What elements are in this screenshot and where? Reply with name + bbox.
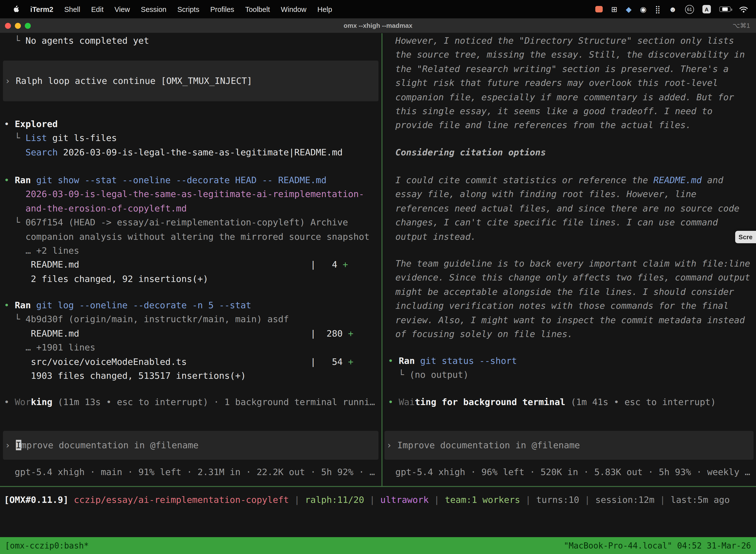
menu-shell[interactable]: Shell	[59, 5, 86, 13]
terminal-line: review. Also, I might want to inspect th…	[395, 313, 750, 327]
apple-menu-icon[interactable]	[7, 5, 25, 13]
terminal-line: › Improve documentation in @filename	[5, 438, 378, 452]
terminal-line: └ 4b9d30f (origin/main, instructkr/main,…	[4, 313, 354, 327]
terminal-line: › Ralph loop active continue [OMX_TMUX_I…	[5, 74, 378, 88]
window-title-bar[interactable]: omx --xhigh --madmax ⌥⌘1	[0, 18, 756, 33]
menu-edit[interactable]: Edit	[85, 5, 109, 13]
model-status-line-left: gpt-5.4 xhigh · main · 91% left · 2.31M …	[4, 465, 375, 479]
screen-share-button[interactable]: Scre	[735, 231, 756, 243]
screen-recording-indicator[interactable]	[595, 6, 603, 12]
working-status-line: • Working (11m 13s • esc to interrupt) ·…	[4, 395, 375, 409]
menu-view[interactable]: View	[109, 5, 135, 13]
terminal-line: [OMX#0.11.9] cczip/essay/ai-reimplementa…	[4, 493, 730, 507]
reasoning-paragraph-2: I could cite commit statistics or refere…	[395, 173, 739, 244]
terminal-line: • Ran git log --oneline --decorate -n 5 …	[4, 298, 354, 313]
terminal-line: • Explored	[4, 117, 343, 131]
terminal-line: the source tree, missing the essay. Stil…	[395, 48, 745, 62]
terminal-line: this single essay, it seems like a good …	[395, 104, 745, 118]
reasoning-paragraph-3: The team guideline is to back every impo…	[395, 257, 750, 341]
terminal-line: └ 067f154 (HEAD -> essay/ai-reimplementa…	[4, 215, 370, 230]
terminal-line: └ List git ls-files	[4, 131, 343, 146]
terminal-line: gpt-5.4 xhigh · main · 91% left · 2.31M …	[4, 465, 375, 479]
menu-scripts[interactable]: Scripts	[172, 5, 205, 13]
pane-bottom-border	[0, 486, 756, 487]
menu-profiles[interactable]: Profiles	[205, 5, 240, 13]
terminal-line: … +2 lines	[4, 244, 370, 258]
minimize-button[interactable]	[15, 23, 21, 29]
tmux-session-name: [omx-cczip0:bash*	[5, 541, 89, 550]
terminal-line: evidence. Since this change only affects…	[395, 271, 750, 285]
prompt-input-right[interactable]: › Improve documentation in @filename	[384, 431, 754, 460]
terminal: └ No agents completed yet › Ralph loop a…	[0, 33, 756, 486]
menu-window[interactable]: Window	[275, 5, 312, 13]
camera-app-icon[interactable]: ◉	[640, 5, 646, 13]
right-pane: However, I noticed the "Directory Struct…	[382, 33, 756, 486]
terminal-line: Considering citation options	[395, 146, 546, 160]
explored-block: • Explored └ List git ls-files Search 20…	[4, 117, 343, 159]
app-menu-iterm2[interactable]: iTerm2	[25, 5, 59, 13]
terminal-line: The team guideline is to back every impo…	[395, 257, 750, 271]
terminal-line: companion file, especially if more comme…	[395, 90, 745, 104]
battery-icon[interactable]	[719, 6, 731, 12]
launcher-grid-icon[interactable]: ⣿	[655, 5, 660, 13]
close-button[interactable]	[5, 23, 11, 29]
menu-bar: iTerm2 Shell Edit View Session Scripts P…	[0, 0, 756, 18]
omx-status-bar: [OMX#0.11.9] cczip/essay/ai-reimplementa…	[4, 493, 730, 507]
wifi-icon[interactable]	[739, 6, 748, 13]
prompt-input-left[interactable]: › Improve documentation in @filename	[3, 431, 378, 460]
terminal-line: └ No agents completed yet	[4, 34, 149, 48]
menu-bar-menus: iTerm2 Shell Edit View Session Scripts P…	[0, 5, 337, 13]
terminal-line: including verification notes with those …	[395, 299, 750, 313]
battery-percentage-badge[interactable]: 61	[685, 5, 694, 14]
terminal-line: 2026-03-09-is-legal-the-same-as-legitima…	[4, 187, 370, 202]
terminal-line: might be acceptable alongside the file l…	[395, 285, 750, 299]
terminal-line: • Working (11m 13s • esc to interrupt) ·…	[4, 395, 375, 409]
terminal-line: gpt-5.4 xhigh · 96% left · 520K in · 5.8…	[395, 465, 750, 479]
terminal-line: output instead.	[395, 230, 739, 244]
reasoning-heading: Considering citation options	[395, 146, 546, 160]
terminal-line: companion analysis without altering the …	[4, 230, 370, 244]
terminal-line: README.md | 4 +	[4, 258, 370, 272]
blue-app-icon[interactable]: ◆	[626, 5, 631, 13]
menu-bar-status-icons: ⊞◆◉⣿☻61A	[595, 5, 756, 14]
terminal-line: └ (no output)	[388, 368, 517, 382]
terminal-line: of focusing solely on file lines.	[395, 327, 750, 341]
terminal-line: I could cite commit statistics or refere…	[395, 173, 739, 187]
git-log-block: • Ran git log --oneline --decorate -n 5 …	[4, 298, 354, 383]
waiting-status-line: • Waiting for background terminal (1m 41…	[388, 395, 716, 409]
agents-status-block: └ No agents completed yet	[4, 34, 149, 48]
terminal-line: … +1901 lines	[4, 340, 354, 355]
menu-session[interactable]: Session	[135, 5, 172, 13]
menu-toolbelt[interactable]: Toolbelt	[240, 5, 275, 13]
terminal-line: essay file, along with finding root file…	[395, 187, 739, 202]
terminal-line: the "Related research writing" section i…	[395, 62, 745, 76]
terminal-line: slight risk that future readers may over…	[395, 76, 745, 90]
tmux-status-bar: [omx-cczip0:bash* "MacBook-Pro-44.local"…	[0, 537, 756, 554]
window-title: omx --xhigh --madmax	[0, 22, 756, 29]
terminal-line: and-the-erosion-of-copyleft.md	[4, 202, 370, 216]
terminal-line: • Waiting for background terminal (1m 41…	[388, 395, 716, 409]
left-pane: └ No agents completed yet › Ralph loop a…	[0, 33, 381, 486]
terminal-line: changes, I can't cite specific file line…	[395, 215, 739, 230]
terminal-line: 2 files changed, 92 insertions(+)	[4, 272, 370, 286]
screen: iTerm2 Shell Edit View Session Scripts P…	[0, 0, 756, 554]
git-show-block: • Ran git show --stat --oneline --decora…	[4, 173, 370, 286]
window-manager-icon[interactable]: ⊞	[611, 5, 617, 13]
git-status-block: • Ran git status --short └ (no output)	[388, 354, 517, 382]
terminal-line: references need actual files, and since …	[395, 202, 739, 216]
terminal-line: However, I noticed the "Directory Struct…	[395, 34, 745, 48]
terminal-line: • Ran git show --stat --oneline --decora…	[4, 173, 370, 187]
zoom-button[interactable]	[25, 23, 31, 29]
ghost-app-icon[interactable]: ☻	[669, 5, 677, 13]
terminal-line: src/voice/voiceModeEnabled.ts | 54 +	[4, 355, 354, 369]
menu-help[interactable]: Help	[312, 5, 338, 13]
pane-divider[interactable]	[381, 33, 382, 486]
input-source-badge[interactable]: A	[702, 5, 711, 13]
terminal-line: Search 2026-03-09-is-legal-the-same-as-l…	[4, 146, 343, 160]
terminal-line: 1903 files changed, 513517 insertions(+)	[4, 369, 354, 383]
terminal-line: provide file and line references from th…	[395, 118, 745, 132]
terminal-line: README.md | 280 +	[4, 327, 354, 341]
model-status-line-right: gpt-5.4 xhigh · 96% left · 520K in · 5.8…	[395, 465, 750, 479]
ralph-loop-banner: › Ralph loop active continue [OMX_TMUX_I…	[3, 61, 378, 101]
window-shortcut-badge: ⌥⌘1	[733, 22, 750, 29]
